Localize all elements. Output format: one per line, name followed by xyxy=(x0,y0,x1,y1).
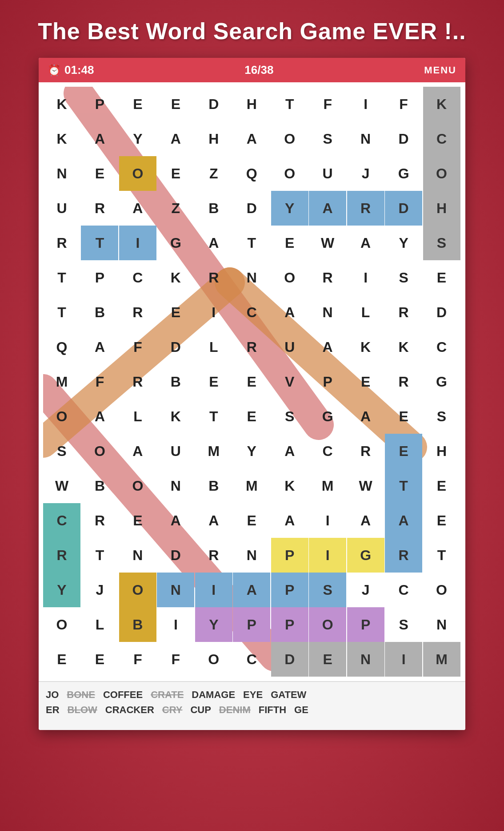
grid-cell[interactable]: S xyxy=(43,434,80,468)
grid-cell[interactable]: R xyxy=(195,538,232,573)
grid-cell[interactable]: K xyxy=(157,399,194,434)
grid-cell[interactable]: A xyxy=(347,399,384,434)
grid-cell[interactable]: Y xyxy=(271,191,308,226)
grid-cell[interactable]: E xyxy=(119,503,156,538)
grid-cell[interactable]: I xyxy=(195,295,232,330)
grid-cell[interactable]: R xyxy=(385,364,422,399)
grid-cell[interactable]: T xyxy=(423,538,460,573)
grid-cell[interactable]: N xyxy=(233,538,270,573)
grid-cell[interactable]: O xyxy=(423,156,460,191)
grid-cell[interactable]: O xyxy=(43,607,80,642)
grid-cell[interactable]: I xyxy=(385,642,422,677)
grid-cell[interactable]: F xyxy=(385,87,422,121)
grid-cell[interactable]: S xyxy=(309,573,346,607)
grid-cell[interactable]: Z xyxy=(157,191,194,226)
grid-cell[interactable]: R xyxy=(43,538,80,573)
grid-cell[interactable]: N xyxy=(157,573,194,607)
grid-cell[interactable]: C xyxy=(309,434,346,468)
grid-cell[interactable]: C xyxy=(43,503,80,538)
grid-cell[interactable]: R xyxy=(119,364,156,399)
grid-cell[interactable]: E xyxy=(309,642,346,677)
grid-cell[interactable]: O xyxy=(119,468,156,503)
grid-cell[interactable]: H xyxy=(233,87,270,121)
grid-cell[interactable]: E xyxy=(423,260,460,295)
grid-cell[interactable]: S xyxy=(423,399,460,434)
grid-cell[interactable]: U xyxy=(43,191,80,226)
grid-cell[interactable]: I xyxy=(119,226,156,260)
grid-cell[interactable]: E xyxy=(157,295,194,330)
grid-cell[interactable]: O xyxy=(119,156,156,191)
grid-cell[interactable]: G xyxy=(385,156,422,191)
grid-cell[interactable]: Z xyxy=(195,156,232,191)
grid-cell[interactable]: S xyxy=(309,121,346,156)
grid-cell[interactable]: D xyxy=(385,191,422,226)
grid-cell[interactable]: B xyxy=(119,607,156,642)
grid-cell[interactable]: L xyxy=(347,295,384,330)
grid-cell[interactable]: A xyxy=(271,295,308,330)
grid-cell[interactable]: M xyxy=(233,468,270,503)
grid-cell[interactable]: Y xyxy=(385,226,422,260)
grid-cell[interactable]: A xyxy=(233,121,270,156)
grid-cell[interactable]: E xyxy=(385,434,422,468)
grid-cell[interactable]: A xyxy=(157,121,194,156)
grid-cell[interactable]: I xyxy=(195,573,232,607)
grid-cell[interactable]: E xyxy=(195,364,232,399)
grid-cell[interactable]: E xyxy=(347,364,384,399)
grid-cell[interactable]: S xyxy=(423,226,460,260)
grid-cell[interactable]: A xyxy=(81,330,118,364)
grid-cell[interactable]: A xyxy=(347,503,384,538)
grid-cell[interactable]: E xyxy=(385,399,422,434)
grid-cell[interactable]: I xyxy=(347,87,384,121)
grid-cell[interactable]: T xyxy=(81,226,118,260)
grid-cell[interactable]: A xyxy=(81,399,118,434)
grid-cell[interactable]: F xyxy=(119,642,156,677)
grid-cell[interactable]: R xyxy=(385,295,422,330)
grid-cell[interactable]: A xyxy=(119,191,156,226)
grid-cell[interactable]: I xyxy=(309,538,346,573)
grid-cell[interactable]: C xyxy=(423,330,460,364)
grid-cell[interactable]: S xyxy=(385,607,422,642)
grid-cell[interactable]: O xyxy=(309,607,346,642)
grid-cell[interactable]: H xyxy=(423,191,460,226)
grid-cell[interactable]: H xyxy=(195,121,232,156)
grid-cell[interactable]: A xyxy=(385,503,422,538)
grid-cell[interactable]: R xyxy=(309,260,346,295)
grid-cell[interactable]: E xyxy=(233,399,270,434)
grid-cell[interactable]: E xyxy=(271,226,308,260)
grid-cell[interactable]: R xyxy=(43,226,80,260)
grid-cell[interactable]: A xyxy=(271,434,308,468)
grid-cell[interactable]: W xyxy=(309,226,346,260)
grid-cell[interactable]: N xyxy=(233,260,270,295)
grid-cell[interactable]: B xyxy=(157,364,194,399)
grid-cell[interactable]: D xyxy=(195,87,232,121)
grid-cell[interactable]: R xyxy=(195,260,232,295)
grid-cell[interactable]: P xyxy=(347,607,384,642)
grid-cell[interactable]: I xyxy=(309,503,346,538)
grid-cell[interactable]: R xyxy=(81,191,118,226)
grid-cell[interactable]: N xyxy=(347,121,384,156)
grid-cell[interactable]: K xyxy=(43,121,80,156)
grid-cell[interactable]: M xyxy=(423,642,460,677)
grid-cell[interactable]: K xyxy=(423,87,460,121)
grid-cell[interactable]: P xyxy=(271,573,308,607)
grid-cell[interactable]: N xyxy=(157,468,194,503)
grid-cell[interactable]: E xyxy=(157,87,194,121)
grid-cell[interactable]: O xyxy=(271,260,308,295)
grid-cell[interactable]: L xyxy=(119,399,156,434)
grid-cell[interactable]: E xyxy=(81,156,118,191)
grid-cell[interactable]: N xyxy=(347,642,384,677)
grid-cell[interactable]: T xyxy=(271,87,308,121)
grid-cell[interactable]: R xyxy=(119,295,156,330)
grid-cell[interactable]: D xyxy=(157,330,194,364)
grid-cell[interactable]: T xyxy=(195,399,232,434)
grid-cell[interactable]: G xyxy=(309,399,346,434)
grid-cell[interactable]: P xyxy=(271,538,308,573)
grid-cell[interactable]: O xyxy=(43,399,80,434)
grid-cell[interactable]: O xyxy=(271,121,308,156)
grid-cell[interactable]: F xyxy=(119,330,156,364)
grid-cell[interactable]: W xyxy=(43,468,80,503)
grid-cell[interactable]: B xyxy=(195,468,232,503)
grid-cell[interactable]: D xyxy=(423,295,460,330)
grid-cell[interactable]: T xyxy=(385,468,422,503)
grid-cell[interactable]: C xyxy=(423,121,460,156)
